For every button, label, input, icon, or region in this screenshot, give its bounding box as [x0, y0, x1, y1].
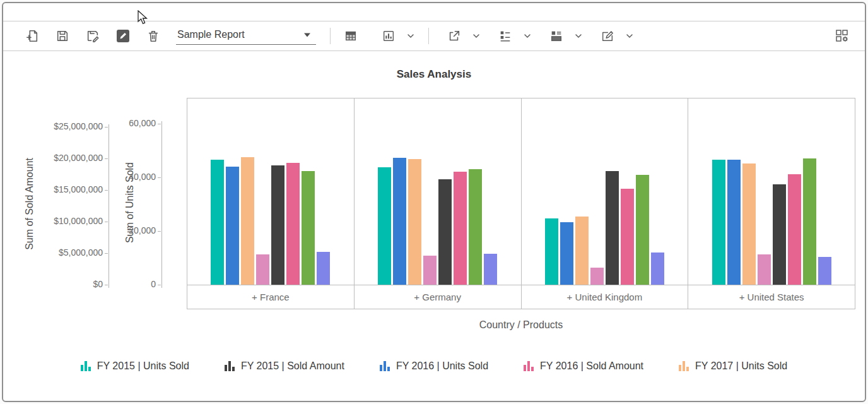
subtotal-button[interactable] [493, 24, 518, 48]
units-axis-tick-mark [158, 177, 161, 178]
subtotal-icon [498, 29, 512, 43]
amount-axis-tick-mark [105, 190, 108, 191]
amount-axis-tick-mark [105, 285, 108, 285]
chart-bar[interactable] [423, 256, 437, 285]
chart-bar[interactable] [606, 171, 619, 285]
chart-bar[interactable] [256, 254, 269, 285]
formatting-icon [601, 29, 614, 43]
chart-bar[interactable] [818, 257, 831, 285]
plot-group-4 [688, 98, 855, 285]
chart-bar[interactable] [393, 158, 406, 285]
remove-report-button[interactable] [141, 24, 166, 48]
amount-axis-line [108, 124, 109, 288]
chart-bar[interactable] [454, 172, 467, 285]
chart-bar[interactable] [241, 157, 254, 285]
legend-series-icon [679, 361, 689, 371]
chart-bar[interactable] [651, 252, 664, 285]
subtotal-group [493, 24, 531, 48]
chart-bar[interactable] [727, 160, 741, 285]
field-list-button[interactable] [830, 24, 855, 48]
amount-axis-tick-label: $5,000,000 [38, 247, 103, 258]
legend-item-label: FY 2015 | Units Sold [97, 360, 189, 372]
mouse-cursor [137, 10, 150, 25]
amount-axis-tick-label: $25,000,000 [38, 121, 103, 131]
chart-bar[interactable] [758, 254, 771, 285]
grandtotal-group [544, 24, 582, 48]
legend-item[interactable]: FY 2015 | Sold Amount [225, 360, 344, 372]
export-icon [447, 29, 461, 43]
category-cell[interactable]: + United States [688, 285, 855, 309]
grandtotal-dropdown[interactable] [575, 32, 582, 40]
bar-cluster [378, 98, 497, 285]
units-axis-tick-mark [158, 231, 161, 232]
chart-bar[interactable] [302, 171, 315, 285]
chevron-down-icon [575, 32, 582, 40]
amount-axis-tick-label: $20,000,000 [38, 153, 103, 163]
chart-bar[interactable] [317, 252, 330, 285]
chevron-down-icon [524, 32, 531, 40]
legend-item-label: FY 2015 | Sold Amount [241, 360, 344, 372]
legend-series-icon [380, 361, 390, 371]
legend-item[interactable]: FY 2016 | Units Sold [380, 360, 488, 372]
new-report-button[interactable] [20, 24, 45, 48]
chart-bar[interactable] [575, 217, 589, 285]
chart-legend: FY 2015 | Units SoldFY 2015 | Sold Amoun… [3, 360, 865, 372]
chart-bar[interactable] [408, 159, 421, 285]
grid-view-button[interactable] [338, 24, 363, 48]
plot-group-3 [522, 98, 689, 285]
export-button[interactable] [442, 24, 467, 48]
legend-item[interactable]: FY 2015 | Units Sold [81, 360, 189, 372]
legend-item[interactable]: FY 2017 | Units Sold [679, 360, 787, 372]
legend-item-label: FY 2016 | Sold Amount [540, 360, 643, 372]
subtotal-dropdown[interactable] [524, 32, 531, 40]
chart-bar[interactable] [773, 184, 786, 285]
chart-bar[interactable] [803, 158, 816, 285]
legend-item-label: FY 2017 | Units Sold [695, 360, 787, 372]
bar-cluster [712, 98, 831, 285]
chart-bar[interactable] [590, 268, 604, 285]
formatting-dropdown[interactable] [626, 32, 633, 40]
units-axis-tick-label: 0 [120, 279, 156, 289]
save-as-report-button[interactable] [80, 24, 105, 48]
formatting-group [595, 24, 633, 48]
chart-bar[interactable] [438, 179, 452, 285]
chart-bar[interactable] [271, 165, 284, 285]
chart-bar[interactable] [226, 167, 239, 285]
chart-bar[interactable] [788, 174, 801, 285]
save-report-button[interactable] [50, 24, 75, 48]
chart-bar[interactable] [560, 222, 573, 285]
chart-bar[interactable] [211, 160, 224, 285]
amount-axis-tick-label: $10,000,000 [38, 216, 103, 226]
chart-view-group [376, 24, 414, 48]
amount-axis-tick-mark [105, 253, 108, 254]
x-axis-title: Country / Products [187, 319, 855, 331]
plot-group-2 [355, 98, 522, 285]
chart-bar[interactable] [469, 169, 482, 285]
chart-bar[interactable] [545, 218, 558, 285]
category-cell[interactable]: + United Kingdom [522, 285, 689, 309]
report-select[interactable]: Sample Report [176, 27, 316, 45]
chart-view-button[interactable] [376, 24, 401, 48]
chart-bar[interactable] [286, 163, 300, 285]
chart-bar[interactable] [378, 167, 391, 285]
category-cell[interactable]: + Germany [355, 285, 522, 309]
toolbar-separator [330, 28, 331, 44]
new-report-icon [25, 29, 39, 43]
grandtotal-icon [549, 29, 563, 43]
formatting-button[interactable] [595, 24, 620, 48]
chart-type-dropdown[interactable] [407, 32, 414, 40]
export-dropdown[interactable] [472, 32, 480, 40]
legend-item[interactable]: FY 2016 | Sold Amount [524, 360, 643, 372]
chevron-down-icon [472, 32, 480, 40]
chart-bar[interactable] [636, 175, 649, 285]
grandtotal-button[interactable] [544, 24, 569, 48]
chart-bar[interactable] [712, 160, 725, 285]
chart-bar[interactable] [621, 189, 634, 285]
save-as-icon [86, 29, 100, 43]
units-axis-tick-mark [158, 124, 161, 124]
chevron-down-icon [407, 32, 414, 40]
category-cell[interactable]: + France [187, 285, 355, 309]
chart-bar[interactable] [742, 163, 756, 285]
chart-bar[interactable] [484, 254, 497, 285]
rename-report-button[interactable] [110, 24, 136, 48]
